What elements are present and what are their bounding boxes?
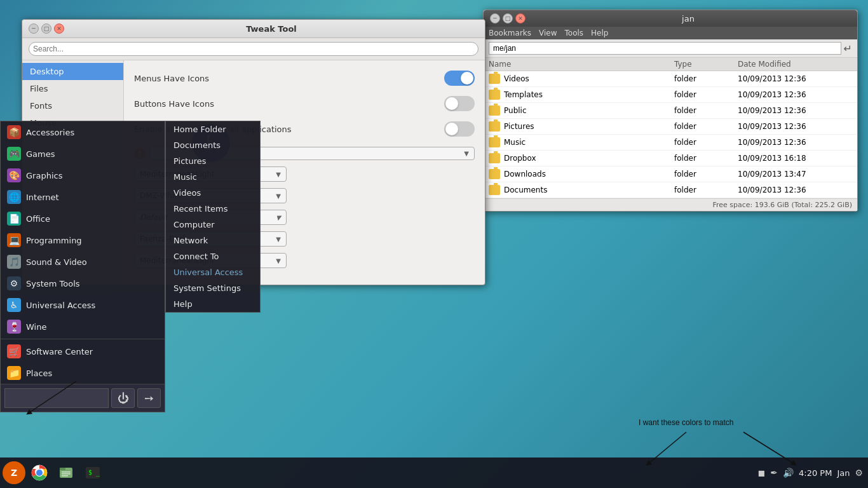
places-connect[interactable]: Connect To — [166, 248, 260, 264]
table-row[interactable]: Documents folder 10/09/2013 12:36 — [484, 182, 857, 198]
file-menubar: Bookmarks View Tools Help — [484, 27, 857, 39]
tweak-maximize-btn[interactable]: □ — [41, 24, 51, 34]
places-system-settings[interactable]: System Settings — [166, 280, 260, 296]
tweak-minimize-btn[interactable]: ─ — [29, 24, 39, 34]
places-music[interactable]: Music — [166, 169, 260, 185]
power-button[interactable]: ⏻ — [111, 388, 135, 408]
app-menu-search-input[interactable] — [4, 388, 109, 408]
universal-access-icon: ♿ — [7, 298, 21, 312]
file-menu-view[interactable]: View — [539, 29, 557, 37]
places-universal-access[interactable]: Universal Access — [166, 264, 260, 280]
sidebar-item-fonts[interactable]: Fonts — [22, 97, 123, 114]
menu-label-system-tools: System Tools — [26, 279, 80, 288]
folder-icon — [489, 74, 500, 84]
places-computer[interactable]: Computer — [166, 217, 260, 233]
places-network[interactable]: Network — [166, 233, 260, 248]
folder-icon — [489, 121, 500, 132]
menu-item-software-center[interactable]: 🛒 Software Center — [1, 341, 165, 362]
tweak-menus-have-icons: Menus Have Icons — [134, 71, 475, 86]
graphics-icon: 🎨 — [7, 168, 21, 182]
menu-item-programming[interactable]: 💻 Programming — [1, 229, 165, 251]
taskbar: Z $ — [0, 458, 868, 488]
software-center-icon: 🛒 — [7, 344, 21, 358]
menu-item-games[interactable]: 🎮 Games — [1, 143, 165, 165]
terminal-button[interactable]: $ _ — [80, 460, 105, 485]
svg-text:Z: Z — [11, 468, 17, 478]
places-home[interactable]: Home Folder — [166, 121, 260, 137]
dark-theme-toggle[interactable] — [444, 121, 475, 137]
sound-video-icon: 🎵 — [7, 255, 21, 269]
table-row[interactable]: Videos folder 10/09/2013 12:36 — [484, 71, 857, 87]
svg-rect-9 — [60, 468, 65, 470]
table-row[interactable]: Dropbox folder 10/09/2013 16:18 — [484, 151, 857, 166]
places-pictures[interactable]: Pictures — [166, 153, 260, 169]
file-close-btn[interactable]: ✕ — [515, 13, 526, 24]
dropdown-arrow-3: ▼ — [276, 214, 281, 221]
files-button[interactable] — [53, 460, 79, 485]
sidebar-item-files[interactable]: Files — [22, 80, 123, 97]
file-path-go[interactable]: ↵ — [844, 43, 852, 55]
places-recent[interactable]: Recent Items — [166, 201, 260, 217]
file-menu-help[interactable]: Help — [591, 29, 608, 37]
files-icon — [57, 464, 75, 482]
menus-icons-toggle[interactable] — [444, 71, 475, 86]
places-panel: Home Folder Documents Pictures Music Vid… — [165, 121, 261, 313]
table-row[interactable]: Templates folder 10/09/2013 12:36 — [484, 87, 857, 103]
folder-icon — [489, 153, 500, 163]
tweak-search-input[interactable] — [29, 42, 478, 56]
file-list: Videos folder 10/09/2013 12:36 Templates… — [484, 71, 857, 198]
folder-icon — [489, 105, 500, 116]
eyedropper-icon[interactable]: ✒ — [770, 468, 778, 478]
places-documents[interactable]: Documents — [166, 137, 260, 153]
menu-item-universal-access[interactable]: ♿ Universal Access — [1, 294, 165, 316]
menu-label-software-center: Software Center — [26, 347, 93, 356]
col-type: Type — [674, 60, 738, 69]
zorin-icon: Z — [5, 464, 23, 482]
file-menu-tools[interactable]: Tools — [565, 29, 584, 37]
volume-icon[interactable]: 🔊 — [783, 468, 794, 478]
logout-button[interactable]: ➙ — [137, 388, 161, 408]
menu-item-graphics[interactable]: 🎨 Graphics — [1, 165, 165, 186]
dropdown-warn-arrow: ▼ — [464, 150, 469, 157]
file-maximize-btn[interactable]: □ — [503, 13, 513, 24]
menu-item-accessories[interactable]: 📦 Accessories — [1, 121, 165, 143]
file-menu-bookmarks[interactable]: Bookmarks — [489, 29, 531, 37]
menu-label-places: Places — [26, 369, 52, 378]
menu-label-games: Games — [26, 149, 55, 159]
menu-label-accessories: Accessories — [26, 128, 74, 137]
svg-rect-10 — [62, 471, 71, 473]
menu-item-sound-video[interactable]: 🎵 Sound & Video — [1, 251, 165, 273]
places-videos[interactable]: Videos — [166, 185, 260, 201]
menu-item-office[interactable]: 📄 Office — [1, 208, 165, 229]
dropbox-icon[interactable]: ◼ — [758, 468, 766, 478]
table-row[interactable]: Music folder 10/09/2013 12:36 — [484, 135, 857, 151]
menu-item-wine[interactable]: 🍷 Wine — [1, 316, 165, 337]
chrome-button[interactable] — [27, 460, 52, 485]
table-row[interactable]: Public folder 10/09/2013 12:36 — [484, 103, 857, 119]
office-icon: 📄 — [7, 212, 21, 226]
folder-icon — [489, 90, 500, 100]
menu-item-places[interactable]: 📁 Places — [1, 362, 165, 384]
file-path-input[interactable] — [489, 42, 841, 55]
tweak-title: Tweak Tool — [64, 24, 478, 34]
app-menu: 📦 Accessories 🎮 Games 🎨 Graphics 🌐 Inter… — [0, 121, 165, 412]
table-row[interactable]: Pictures folder 10/09/2013 12:36 — [484, 119, 857, 135]
menu-label-universal-access: Universal Access — [26, 301, 95, 310]
buttons-icons-toggle[interactable] — [444, 96, 475, 111]
internet-icon: 🌐 — [7, 190, 21, 204]
menu-label-programming: Programming — [26, 236, 82, 245]
sidebar-item-desktop[interactable]: Desktop — [22, 63, 123, 80]
places-icon: 📁 — [7, 366, 21, 380]
settings-icon[interactable]: ⚙ — [855, 468, 863, 478]
file-manager-window: ─ □ ✕ jan Bookmarks View Tools Help ↵ Na… — [483, 10, 858, 212]
programming-icon: 💻 — [7, 233, 21, 247]
svg-rect-11 — [62, 473, 71, 475]
menu-item-system-tools[interactable]: ⚙️ System Tools — [1, 273, 165, 294]
menu-item-internet[interactable]: 🌐 Internet — [1, 186, 165, 208]
file-minimize-btn[interactable]: ─ — [490, 13, 500, 24]
tweak-close-btn[interactable]: ✕ — [54, 24, 64, 34]
zorin-menu-button[interactable]: Z — [3, 461, 25, 484]
places-help[interactable]: Help — [166, 296, 260, 312]
svg-rect-12 — [62, 475, 68, 477]
table-row[interactable]: Downloads folder 10/09/2013 13:47 — [484, 166, 857, 182]
